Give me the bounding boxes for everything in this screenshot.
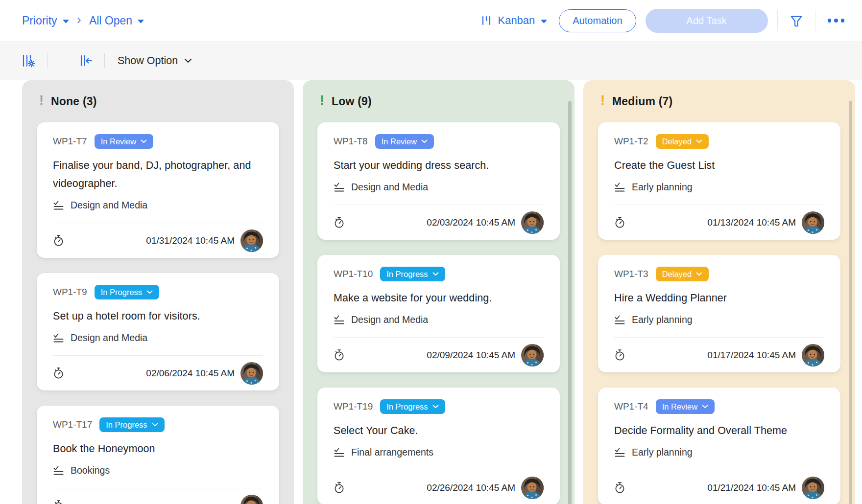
tasklist-row: Design and Media	[53, 200, 263, 223]
column-cards: WP1-T2 Delayed Create the Guest List Ear…	[598, 122, 840, 504]
task-card[interactable]: WP1-T10 In Progress Make a website for y…	[317, 255, 560, 372]
due-date: 02/03/2024 10:45 AM	[427, 217, 515, 228]
filter-button[interactable]	[787, 12, 806, 30]
automation-button[interactable]: Automation	[559, 9, 636, 32]
tasklist-row: Early planning	[614, 447, 824, 470]
card-header: WP1-T9 In Progress	[53, 285, 263, 299]
tasklist-row: Early planning	[614, 182, 824, 205]
task-title: Set up a hotel room for visitors.	[53, 307, 263, 325]
assignee-avatar[interactable]	[521, 477, 544, 499]
column-cards: WP1-T8 In Review Start your wedding dres…	[317, 122, 560, 504]
status-badge[interactable]: In Review	[375, 134, 434, 149]
header-divider	[777, 10, 778, 31]
more-options-button[interactable]	[825, 16, 848, 25]
avatar-photo	[802, 344, 824, 367]
breadcrumb-project-dropdown[interactable]: Priority	[22, 14, 69, 27]
assignee-avatar[interactable]	[521, 211, 544, 234]
task-card[interactable]: WP1-T4 In Review Decide Formality and Ov…	[598, 388, 840, 504]
status-badge[interactable]: In Review	[656, 399, 715, 414]
card-header: WP1-T2 Delayed	[614, 134, 824, 149]
assignee-avatar[interactable]	[240, 495, 263, 504]
status-badge[interactable]: Delayed	[656, 267, 709, 281]
tasklist-icon	[334, 182, 345, 192]
timer-icon	[334, 481, 345, 494]
status-badge[interactable]: In Review	[95, 134, 153, 149]
chevron-down-icon	[541, 20, 547, 23]
task-card[interactable]: WP1-T2 Delayed Create the Guest List Ear…	[598, 122, 840, 240]
task-title: Make a website for your wedding.	[334, 289, 544, 307]
due-date: 02/26/2024 10:45 AM	[427, 482, 515, 493]
avatar-photo	[240, 495, 263, 504]
column-header: ! Medium (7)	[598, 93, 840, 110]
task-title: Select Your Cake.	[334, 422, 544, 440]
status-badge[interactable]: Delayed	[656, 134, 709, 149]
show-option-dropdown[interactable]: Show Option	[118, 55, 192, 67]
chevron-down-icon	[696, 272, 702, 276]
status-label: In Progress	[101, 288, 142, 297]
column-scrollbar-thumb[interactable]	[849, 101, 852, 504]
card-header: WP1-T17 In Progress	[53, 417, 263, 432]
priority-icon: !	[600, 94, 605, 107]
timer-icon	[53, 234, 64, 247]
card-footer: 02/06/2024 10:45 AM	[53, 355, 263, 390]
task-title: Finalise your band, DJ, photographer, an…	[53, 157, 263, 193]
tasklist-icon	[53, 200, 64, 210]
assignee-avatar[interactable]	[240, 362, 263, 385]
chevron-down-icon	[152, 423, 158, 427]
status-badge[interactable]: In Progress	[380, 267, 445, 281]
task-id: WP1-T8	[334, 136, 368, 147]
chevron-down-icon	[63, 20, 69, 23]
task-card[interactable]: WP1-T7 In Review Finalise your band, DJ,…	[37, 122, 279, 258]
assignee-avatar[interactable]	[521, 344, 544, 367]
status-label: In Review	[382, 137, 417, 146]
column-scrollbar-thumb[interactable]	[568, 101, 572, 504]
board-settings-button[interactable]	[21, 53, 36, 68]
column-header: ! Low (9)	[317, 93, 560, 110]
status-badge[interactable]: In Progress	[380, 399, 445, 414]
status-label: Delayed	[662, 137, 692, 146]
priority-icon: !	[320, 94, 324, 107]
task-card[interactable]: WP1-T19 In Progress Select Your Cake. Fi…	[317, 388, 560, 504]
task-card[interactable]: WP1-T8 In Review Start your wedding dres…	[317, 122, 560, 240]
chevron-down-icon	[702, 405, 708, 409]
tasklist-row: Early planning	[614, 314, 824, 337]
assignee-avatar[interactable]	[240, 229, 263, 252]
task-card[interactable]: WP1-T3 Delayed Hire a Wedding Planner Ea…	[598, 255, 840, 372]
tasklist-icon	[334, 447, 345, 458]
app-header: Priority › All Open Kanban Automation Ad…	[0, 0, 862, 41]
collapse-columns-button[interactable]	[79, 53, 94, 68]
timer-icon	[53, 500, 64, 504]
card-header: WP1-T8 In Review	[334, 134, 544, 149]
breadcrumb-view-dropdown[interactable]: All Open	[89, 14, 144, 27]
avatar-photo	[240, 229, 263, 252]
task-card[interactable]: WP1-T9 In Progress Set up a hotel room f…	[37, 273, 279, 390]
card-footer	[53, 488, 263, 504]
status-badge[interactable]: In Progress	[99, 417, 164, 432]
status-label: In Review	[662, 402, 697, 412]
assignee-avatar[interactable]	[802, 211, 824, 234]
avatar-photo	[521, 211, 544, 234]
view-switcher-kanban[interactable]: Kanban	[481, 14, 547, 27]
status-label: Delayed	[662, 270, 692, 279]
card-footer: 01/21/2024 10:45 AM	[614, 470, 824, 504]
tasklist-label: Design and Media	[351, 182, 428, 193]
chevron-down-icon	[421, 139, 428, 143]
assignee-avatar[interactable]	[802, 344, 824, 367]
avatar-photo	[802, 211, 824, 234]
add-task-button[interactable]: Add Task	[646, 9, 768, 33]
status-label: In Progress	[106, 420, 147, 430]
header-divider	[815, 10, 815, 31]
due-date: 01/21/2024 10:45 AM	[707, 482, 796, 493]
tasklist-label: Bookings	[71, 465, 110, 476]
breadcrumb: Priority › All Open	[22, 13, 144, 28]
assignee-avatar[interactable]	[802, 477, 824, 499]
tasklist-row: Final arrangements	[334, 447, 544, 470]
status-badge[interactable]: In Progress	[95, 285, 159, 299]
task-title: Start your wedding dress search.	[334, 157, 544, 175]
task-id: WP1-T7	[53, 136, 87, 147]
card-header: WP1-T3 Delayed	[614, 267, 824, 281]
column-title: None (3)	[51, 95, 97, 108]
task-card[interactable]: WP1-T17 In Progress Book the Honeymoon B…	[37, 406, 279, 504]
card-footer: 02/03/2024 10:45 AM	[334, 205, 544, 240]
task-title: Create the Guest List	[614, 157, 824, 175]
